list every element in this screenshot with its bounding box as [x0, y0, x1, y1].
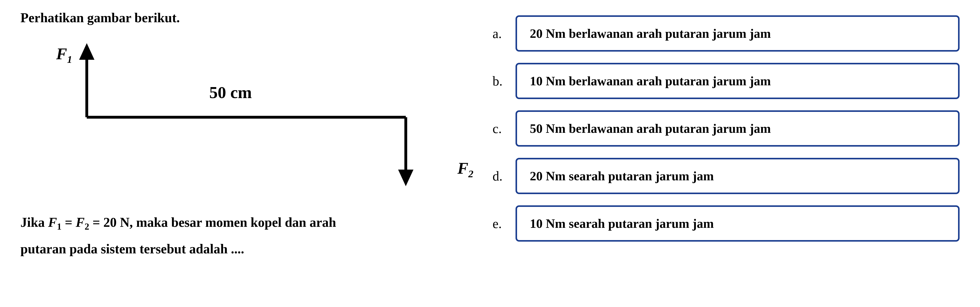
diagram-svg	[72, 41, 454, 189]
option-d-letter: d.	[493, 169, 508, 184]
question-panel: Perhatikan gambar berikut. F1 50 cm F2 J…	[21, 10, 493, 297]
option-a-letter: a.	[493, 26, 508, 41]
option-d-box[interactable]: 20 Nm searah putaran jarum jam	[515, 158, 959, 194]
option-e-row: e. 10 Nm searah putaran jarum jam	[493, 205, 959, 241]
option-c-letter: c.	[493, 121, 508, 136]
svg-marker-4	[398, 169, 414, 186]
f2-label: F2	[457, 159, 473, 180]
option-b-box[interactable]: 10 Nm berlawanan arah putaran jarum jam	[515, 63, 959, 99]
option-e-letter: e.	[493, 216, 508, 231]
question-intro: Perhatikan gambar berikut.	[21, 10, 472, 25]
options-panel: a. 20 Nm berlawanan arah putaran jarum j…	[493, 10, 959, 297]
distance-label: 50 cm	[209, 83, 252, 102]
question-text: Jika F1 = F2 = 20 N, maka besar momen ko…	[21, 209, 472, 262]
option-b-letter: b.	[493, 74, 508, 89]
option-c-row: c. 50 Nm berlawanan arah putaran jarum j…	[493, 110, 959, 147]
option-b-row: b. 10 Nm berlawanan arah putaran jarum j…	[493, 63, 959, 99]
option-c-box[interactable]: 50 Nm berlawanan arah putaran jarum jam	[515, 110, 959, 147]
f1-label: F1	[56, 45, 72, 66]
svg-marker-2	[79, 43, 94, 60]
option-a-box[interactable]: 20 Nm berlawanan arah putaran jarum jam	[515, 15, 959, 51]
force-diagram: F1 50 cm F2	[72, 41, 454, 189]
option-a-row: a. 20 Nm berlawanan arah putaran jarum j…	[493, 15, 959, 51]
option-e-box[interactable]: 10 Nm searah putaran jarum jam	[515, 205, 959, 241]
option-d-row: d. 20 Nm searah putaran jarum jam	[493, 158, 959, 194]
